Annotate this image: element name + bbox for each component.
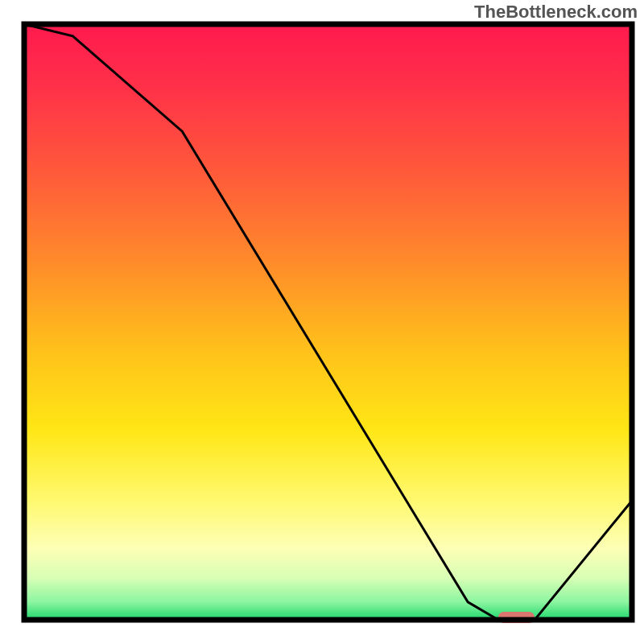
bottleneck-chart (0, 0, 644, 644)
chart-container: TheBottleneck.com (0, 0, 644, 644)
plot-background (24, 24, 632, 620)
watermark-text: TheBottleneck.com (474, 2, 638, 23)
